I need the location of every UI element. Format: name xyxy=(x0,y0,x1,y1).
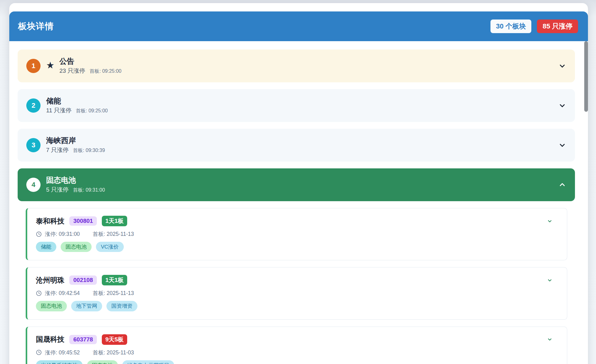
stock-theme-tag: 绿色电力示范项目 xyxy=(122,360,174,364)
limit-up-count-badge: 85 只涨停 xyxy=(537,20,578,33)
chevron-down-icon[interactable] xyxy=(559,142,566,149)
sector-row-储能[interactable]: 2 ★ 储能 11 只涨停 首板: 09:25:00 xyxy=(18,89,575,122)
sector-limit-up-count: 7 只涨停 xyxy=(46,146,69,154)
sector-first-board-time: 首板: 09:31:00 xyxy=(73,187,105,193)
vertical-scrollbar-thumb[interactable] xyxy=(584,41,588,112)
sector-name: 公告 xyxy=(59,57,122,66)
clock-icon xyxy=(36,290,42,296)
sector-limit-up-count: 23 只涨停 xyxy=(59,67,85,75)
sector-name: 储能 xyxy=(46,97,108,105)
header-badges: 30 个板块 85 只涨停 xyxy=(490,20,578,33)
stock-name: 沧州明珠 xyxy=(36,275,64,285)
chevron-down-icon[interactable] xyxy=(547,219,552,223)
first-board-date: 首板: 2025-11-03 xyxy=(93,349,134,356)
sector-first-board-time: 首板: 09:25:00 xyxy=(76,108,108,114)
streak-badge: 9天5板 xyxy=(102,334,127,345)
stock-code-badge: 603778 xyxy=(69,335,97,344)
sector-count-badge: 30 个板块 xyxy=(490,20,532,33)
sector-first-board-time: 首板: 09:30:39 xyxy=(73,147,105,154)
sector-first-board-time: 首板: 09:25:00 xyxy=(89,68,121,75)
limit-up-time: 涨停: 09:42:54 xyxy=(45,289,80,297)
stock-theme-tag: 光伏异质结电池 xyxy=(36,360,83,364)
first-board-date: 首板: 2025-11-13 xyxy=(93,289,134,297)
sector-name: 海峡西岸 xyxy=(46,136,105,145)
rank-badge: 2 xyxy=(26,98,41,113)
stock-name: 国晟科技 xyxy=(36,335,64,344)
streak-badge: 1天1板 xyxy=(102,216,127,226)
panel-header: 板块详情 30 个板块 85 只涨停 xyxy=(9,11,588,41)
tag-row: 储能固态电池VC涨价 xyxy=(36,242,558,252)
rank-badge: 1 xyxy=(26,59,41,73)
streak-badge: 1天1板 xyxy=(102,275,127,285)
stock-theme-tag: 地下管网 xyxy=(71,301,102,311)
stock-theme-tag: VC涨价 xyxy=(96,242,124,252)
stock-card-002108[interactable]: 沧州明珠 002108 1天1板 涨停: 09:42:54 首板: 2025-1… xyxy=(26,267,567,319)
chevron-down-icon[interactable] xyxy=(559,102,566,109)
stock-card-300801[interactable]: 泰和科技 300801 1天1板 涨停: 09:31:00 首板: 2025-1… xyxy=(26,208,567,260)
sector-limit-up-count: 5 只涨停 xyxy=(46,186,69,194)
star-icon: ★ xyxy=(46,61,54,70)
limit-up-time: 涨停: 09:31:00 xyxy=(45,230,80,238)
stock-theme-tag: 国资增资 xyxy=(106,301,137,311)
chevron-up-icon[interactable] xyxy=(559,181,566,188)
sector-detail-panel: 板块详情 30 个板块 85 只涨停 1 ★ 公告 23 只涨停 首板: 09:… xyxy=(9,3,588,364)
limit-up-time: 涨停: 09:45:52 xyxy=(45,349,80,356)
first-board-date: 首板: 2025-11-13 xyxy=(93,230,134,238)
sector-name: 固态电池 xyxy=(46,176,105,184)
sector-limit-up-count: 11 只涨停 xyxy=(46,106,71,115)
rank-badge: 4 xyxy=(26,178,41,192)
tag-row: 光伏异质结电池固态电池绿色电力示范项目 xyxy=(36,360,558,364)
chevron-down-icon[interactable] xyxy=(559,63,566,69)
sector-row-固态电池[interactable]: 4 ★ 固态电池 5 只涨停 首板: 09:31:00 xyxy=(18,168,575,201)
stock-code-badge: 300801 xyxy=(69,216,97,226)
chevron-down-icon[interactable] xyxy=(547,278,552,283)
clock-icon xyxy=(36,231,42,237)
sector-row-海峡西岸[interactable]: 3 ★ 海峡西岸 7 只涨停 首板: 09:30:39 xyxy=(18,129,575,162)
stock-theme-tag: 固态电池 xyxy=(36,301,67,311)
stock-theme-tag: 固态电池 xyxy=(61,242,92,252)
chevron-down-icon[interactable] xyxy=(547,337,552,342)
sector-list: 1 ★ 公告 23 只涨停 首板: 09:25:00 2 ★ 储能 11 只涨停… xyxy=(9,41,588,364)
page-title: 板块详情 xyxy=(18,20,54,32)
sector-row-公告[interactable]: 1 ★ 公告 23 只涨停 首板: 09:25:00 xyxy=(18,50,575,82)
stock-card-603778[interactable]: 国晟科技 603778 9天5板 涨停: 09:45:52 首板: 2025-1… xyxy=(26,327,567,364)
clock-icon xyxy=(36,349,42,355)
stock-theme-tag: 储能 xyxy=(36,242,56,252)
stock-code-badge: 002108 xyxy=(69,275,97,285)
stock-theme-tag: 固态电池 xyxy=(87,360,118,364)
stock-name: 泰和科技 xyxy=(36,216,64,226)
rank-badge: 3 xyxy=(26,138,41,152)
tag-row: 固态电池地下管网国资增资 xyxy=(36,301,558,311)
